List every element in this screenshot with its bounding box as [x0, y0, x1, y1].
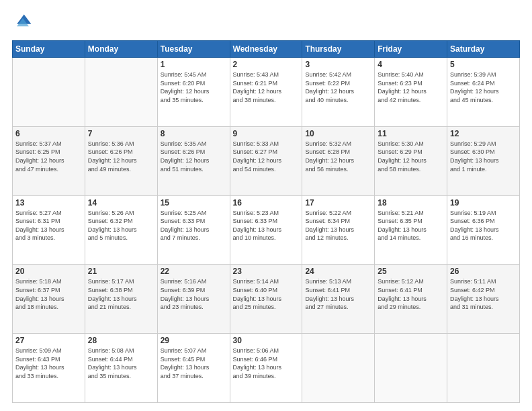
weekday-header-tuesday: Tuesday — [157, 41, 230, 58]
calendar-week-row: 13Sunrise: 5:27 AM Sunset: 6:31 PM Dayli… — [13, 195, 520, 265]
calendar-week-row: 6Sunrise: 5:37 AM Sunset: 6:25 PM Daylig… — [13, 126, 520, 195]
page: SundayMondayTuesdayWednesdayThursdayFrid… — [0, 0, 532, 411]
calendar-cell: 3Sunrise: 5:42 AM Sunset: 6:22 PM Daylig… — [302, 58, 375, 127]
day-number: 20 — [15, 267, 82, 276]
header — [12, 12, 520, 34]
day-number: 27 — [15, 336, 82, 345]
day-number: 22 — [161, 267, 227, 276]
day-number: 6 — [15, 129, 82, 138]
day-number: 4 — [378, 60, 444, 69]
day-number: 2 — [233, 60, 300, 69]
calendar-cell: 11Sunrise: 5:30 AM Sunset: 6:29 PM Dayli… — [375, 126, 447, 195]
day-number: 21 — [88, 267, 154, 276]
day-info: Sunrise: 5:18 AM Sunset: 6:37 PM Dayligh… — [15, 277, 82, 311]
calendar-cell: 22Sunrise: 5:16 AM Sunset: 6:39 PM Dayli… — [157, 265, 230, 334]
calendar-week-row: 27Sunrise: 5:09 AM Sunset: 6:43 PM Dayli… — [13, 334, 520, 403]
day-info: Sunrise: 5:11 AM Sunset: 6:42 PM Dayligh… — [450, 277, 517, 311]
calendar-cell: 29Sunrise: 5:07 AM Sunset: 6:45 PM Dayli… — [157, 334, 230, 403]
day-number: 29 — [161, 336, 227, 345]
day-info: Sunrise: 5:35 AM Sunset: 6:26 PM Dayligh… — [161, 140, 227, 173]
calendar-cell: 7Sunrise: 5:36 AM Sunset: 6:26 PM Daylig… — [85, 126, 157, 195]
calendar-cell: 18Sunrise: 5:21 AM Sunset: 6:35 PM Dayli… — [375, 195, 447, 265]
day-info: Sunrise: 5:25 AM Sunset: 6:33 PM Dayligh… — [161, 209, 227, 242]
calendar-cell: 21Sunrise: 5:17 AM Sunset: 6:38 PM Dayli… — [85, 265, 157, 334]
day-info: Sunrise: 5:22 AM Sunset: 6:34 PM Dayligh… — [305, 209, 371, 242]
day-number: 25 — [378, 267, 444, 276]
day-number: 15 — [161, 198, 227, 208]
day-info: Sunrise: 5:40 AM Sunset: 6:23 PM Dayligh… — [378, 71, 444, 104]
calendar-cell: 28Sunrise: 5:08 AM Sunset: 6:44 PM Dayli… — [85, 334, 157, 403]
day-number: 23 — [233, 267, 300, 276]
calendar-cell: 14Sunrise: 5:26 AM Sunset: 6:32 PM Dayli… — [85, 195, 157, 265]
calendar-cell — [13, 58, 85, 127]
calendar-cell: 6Sunrise: 5:37 AM Sunset: 6:25 PM Daylig… — [13, 126, 85, 195]
day-info: Sunrise: 5:23 AM Sunset: 6:33 PM Dayligh… — [233, 209, 300, 242]
day-number: 19 — [450, 198, 517, 208]
day-number: 8 — [161, 129, 227, 138]
calendar-cell — [375, 334, 447, 403]
calendar-cell: 8Sunrise: 5:35 AM Sunset: 6:26 PM Daylig… — [157, 126, 230, 195]
calendar-cell: 26Sunrise: 5:11 AM Sunset: 6:42 PM Dayli… — [447, 265, 520, 334]
calendar-week-row: 1Sunrise: 5:45 AM Sunset: 6:20 PM Daylig… — [13, 58, 520, 127]
day-number: 10 — [305, 129, 371, 138]
weekday-header-monday: Monday — [85, 41, 157, 58]
day-info: Sunrise: 5:17 AM Sunset: 6:38 PM Dayligh… — [88, 277, 154, 311]
weekday-header-wednesday: Wednesday — [230, 41, 302, 58]
weekday-header-saturday: Saturday — [447, 41, 520, 58]
calendar-cell: 10Sunrise: 5:32 AM Sunset: 6:28 PM Dayli… — [302, 126, 375, 195]
day-number: 7 — [88, 129, 154, 138]
day-info: Sunrise: 5:33 AM Sunset: 6:27 PM Dayligh… — [233, 140, 300, 173]
calendar-cell: 5Sunrise: 5:39 AM Sunset: 6:24 PM Daylig… — [447, 58, 520, 127]
day-number: 9 — [233, 129, 300, 138]
day-number: 28 — [88, 336, 154, 345]
day-number: 16 — [233, 198, 300, 208]
day-info: Sunrise: 5:08 AM Sunset: 6:44 PM Dayligh… — [88, 347, 154, 380]
day-number: 1 — [161, 60, 227, 69]
calendar-cell: 12Sunrise: 5:29 AM Sunset: 6:30 PM Dayli… — [447, 126, 520, 195]
day-info: Sunrise: 5:26 AM Sunset: 6:32 PM Dayligh… — [88, 209, 154, 242]
calendar-cell — [85, 58, 157, 127]
calendar-cell: 9Sunrise: 5:33 AM Sunset: 6:27 PM Daylig… — [230, 126, 302, 195]
day-number: 5 — [450, 60, 517, 69]
day-info: Sunrise: 5:07 AM Sunset: 6:45 PM Dayligh… — [161, 347, 227, 380]
day-info: Sunrise: 5:06 AM Sunset: 6:46 PM Dayligh… — [233, 347, 300, 380]
calendar-cell: 2Sunrise: 5:43 AM Sunset: 6:21 PM Daylig… — [230, 58, 302, 127]
day-number: 30 — [233, 336, 300, 345]
day-number: 12 — [450, 129, 517, 138]
day-number: 11 — [378, 129, 444, 138]
day-info: Sunrise: 5:37 AM Sunset: 6:25 PM Dayligh… — [15, 140, 82, 173]
calendar-cell: 16Sunrise: 5:23 AM Sunset: 6:33 PM Dayli… — [230, 195, 302, 265]
day-info: Sunrise: 5:29 AM Sunset: 6:30 PM Dayligh… — [450, 140, 517, 173]
logo-icon — [12, 12, 34, 34]
day-info: Sunrise: 5:27 AM Sunset: 6:31 PM Dayligh… — [15, 209, 82, 242]
calendar-cell: 4Sunrise: 5:40 AM Sunset: 6:23 PM Daylig… — [375, 58, 447, 127]
calendar-table: SundayMondayTuesdayWednesdayThursdayFrid… — [12, 40, 520, 403]
day-info: Sunrise: 5:12 AM Sunset: 6:41 PM Dayligh… — [378, 277, 444, 311]
calendar-cell — [447, 334, 520, 403]
day-number: 13 — [15, 198, 82, 208]
day-info: Sunrise: 5:16 AM Sunset: 6:39 PM Dayligh… — [161, 277, 227, 311]
day-info: Sunrise: 5:39 AM Sunset: 6:24 PM Dayligh… — [450, 71, 517, 104]
day-info: Sunrise: 5:36 AM Sunset: 6:26 PM Dayligh… — [88, 140, 154, 173]
day-info: Sunrise: 5:14 AM Sunset: 6:40 PM Dayligh… — [233, 277, 300, 311]
calendar-cell: 24Sunrise: 5:13 AM Sunset: 6:41 PM Dayli… — [302, 265, 375, 334]
calendar-cell: 25Sunrise: 5:12 AM Sunset: 6:41 PM Dayli… — [375, 265, 447, 334]
calendar-cell: 15Sunrise: 5:25 AM Sunset: 6:33 PM Dayli… — [157, 195, 230, 265]
calendar-cell: 20Sunrise: 5:18 AM Sunset: 6:37 PM Dayli… — [13, 265, 85, 334]
weekday-header-thursday: Thursday — [302, 41, 375, 58]
day-number: 17 — [305, 198, 371, 208]
calendar-week-row: 20Sunrise: 5:18 AM Sunset: 6:37 PM Dayli… — [13, 265, 520, 334]
day-info: Sunrise: 5:42 AM Sunset: 6:22 PM Dayligh… — [305, 71, 371, 104]
calendar-cell: 23Sunrise: 5:14 AM Sunset: 6:40 PM Dayli… — [230, 265, 302, 334]
day-number: 3 — [305, 60, 371, 69]
calendar-cell: 30Sunrise: 5:06 AM Sunset: 6:46 PM Dayli… — [230, 334, 302, 403]
calendar-cell: 27Sunrise: 5:09 AM Sunset: 6:43 PM Dayli… — [13, 334, 85, 403]
day-info: Sunrise: 5:43 AM Sunset: 6:21 PM Dayligh… — [233, 71, 300, 104]
day-number: 26 — [450, 267, 517, 276]
calendar-cell — [302, 334, 375, 403]
calendar-cell: 1Sunrise: 5:45 AM Sunset: 6:20 PM Daylig… — [157, 58, 230, 127]
weekday-header-friday: Friday — [375, 41, 447, 58]
day-number: 18 — [378, 198, 444, 208]
calendar-cell: 19Sunrise: 5:19 AM Sunset: 6:36 PM Dayli… — [447, 195, 520, 265]
day-info: Sunrise: 5:45 AM Sunset: 6:20 PM Dayligh… — [161, 71, 227, 104]
